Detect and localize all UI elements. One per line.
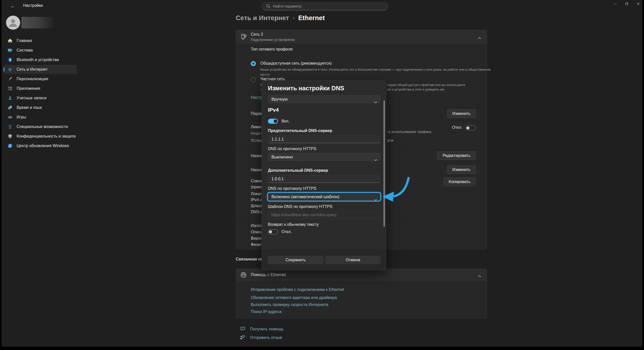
doh-dropdown-1[interactable]: Выключено (268, 153, 380, 161)
dns-settings-dialog: Изменить настройки DNS Вручную IPv4 Вкл.… (262, 80, 386, 270)
change-button-2[interactable]: Изменить (447, 165, 476, 174)
close-button[interactable]: × (632, 0, 642, 8)
dialog-scrollbar[interactable] (384, 100, 385, 227)
alternate-dns-input[interactable] (268, 175, 380, 183)
back-button[interactable]: ← (9, 3, 16, 10)
sidebar-item-label: Центр обновления Windows (17, 144, 69, 148)
get-help-link[interactable]: Получить помощь (250, 327, 284, 331)
local-row-fragment: Локал (251, 192, 262, 196)
sidebar-item-label: Приложения (17, 86, 40, 91)
breadcrumb-separator: › (291, 15, 296, 20)
ipv4-row-fragment: IPv4-а (251, 198, 262, 202)
sidebar-item-personalization[interactable]: Персонализация (4, 74, 77, 83)
limit-toggle[interactable] (465, 125, 476, 130)
breadcrumb-parent[interactable]: Сеть и Интернет (236, 14, 289, 22)
public-network-desc-1: Ваше устройство не обнаруживается в сети… (260, 68, 491, 71)
alternate-dns-label: Дополнительный DNS-сервер (268, 168, 328, 173)
help-card: ? Помощь с Ethernet Исправление проблем … (236, 269, 487, 319)
help-card-header[interactable]: ? Помощь с Ethernet (236, 269, 487, 281)
search-icon (266, 4, 270, 9)
sidebar-item-apps[interactable]: Приложения (4, 84, 77, 93)
doh-label-1: DNS по протоколу HTTPS (268, 147, 316, 151)
windows-update-icon (8, 143, 13, 148)
chevron-down-icon (374, 156, 377, 163)
ipv4-toggle-label: Вкл. (281, 119, 290, 123)
plaintext-fallback-toggle[interactable] (268, 229, 278, 234)
sidebar-item-label: Bluetooth и устройства (17, 58, 59, 62)
accounts-icon (8, 96, 13, 101)
sidebar-item-time-language[interactable]: Время и язык (4, 103, 77, 112)
sidebar-item-windows-update[interactable]: Центр обновления Windows (4, 141, 77, 150)
help-link-troubleshoot[interactable]: Исправление проблем с подключением к Eth… (251, 287, 344, 292)
search-placeholder: Найти параметр (273, 4, 302, 8)
sidebar-item-privacy[interactable]: Конфиденциальность и защита (4, 132, 77, 141)
sidebar-item-label: Главная (17, 38, 32, 43)
preferred-dns-input[interactable] (268, 136, 380, 143)
preferred-dns-label: Предпочтительный DNS-сервер (268, 128, 332, 133)
sidebar-item-label: Время и язык (17, 105, 42, 110)
minimize-button[interactable] (609, 0, 621, 8)
set-link-fragment-right[interactable]: ети (387, 138, 393, 143)
system-icon (8, 48, 13, 53)
doh-template-label: Шаблон DNS по протоколу HTTPS (268, 204, 332, 209)
time-language-icon (8, 105, 13, 110)
dns-row-fragment: DNS-с (251, 210, 263, 214)
settings-window: ← Настройки Найти параметр × (2, 0, 642, 347)
network-status: Подключение установлено (251, 38, 295, 42)
public-network-radio[interactable] (251, 61, 256, 66)
help-link-find-ip[interactable]: Поиск IP-адреса (251, 310, 281, 314)
apps-icon (8, 86, 13, 91)
params-row-fragment: Парам (251, 111, 263, 116)
doh-value-1: Выключено (271, 155, 293, 159)
limit-toggle-label: Откл. (452, 125, 462, 130)
sidebar-item-system[interactable]: Система (4, 46, 77, 55)
avatar[interactable] (6, 16, 20, 30)
dns-mode-value: Вручную (271, 97, 288, 101)
user-name-blurred (21, 17, 55, 28)
chevron-up-icon[interactable] (478, 274, 481, 278)
limit-right-text-fragment: ть использование трафика. (387, 130, 432, 134)
search-input[interactable]: Найти параметр (262, 2, 388, 10)
send-feedback-icon (239, 334, 245, 341)
change-button-1[interactable]: Изменить (447, 109, 476, 118)
public-network-label: Общедоступная сеть (рекомендуется) (260, 61, 332, 66)
sidebar-item-bluetooth[interactable]: Bluetooth и устройства (4, 55, 77, 64)
doh-label-2: DNS по протоколу HTTPS (268, 186, 316, 191)
sidebar-item-gaming[interactable]: Игры (4, 113, 77, 122)
privacy-shield-icon (8, 134, 13, 139)
sidebar-item-network[interactable]: Сеть и Интернет (4, 65, 77, 74)
sidebar-item-label: Учетные записи (17, 96, 47, 100)
private-network-radio[interactable] (251, 77, 256, 82)
svg-text:?: ? (242, 327, 243, 330)
send-feedback-link[interactable]: Отправить отзыв (250, 335, 282, 340)
help-link-speed-test[interactable]: Выполнить проверку скорости Интернета (251, 302, 328, 307)
annotation-arrow (379, 171, 422, 206)
manufacturer-row-fragment: Изгото (251, 224, 263, 228)
cancel-button[interactable]: Отмена (326, 256, 380, 264)
sidebar-item-accounts[interactable]: Учетные записи (4, 94, 77, 103)
edit-button[interactable]: Редактировать (437, 151, 476, 160)
gaming-icon (8, 115, 13, 120)
sidebar-item-home[interactable]: Главная (4, 36, 77, 45)
copy-button[interactable]: Копировать (444, 178, 476, 186)
save-button[interactable]: Сохранить (268, 256, 323, 264)
plaintext-fallback-toggle-label: Откл. (281, 230, 292, 234)
svg-text:?: ? (243, 275, 244, 278)
personalization-icon (8, 76, 13, 81)
chevron-up-icon[interactable] (478, 36, 481, 40)
sidebar-item-label: Система (17, 48, 33, 53)
accessibility-icon (8, 124, 13, 129)
get-help-icon: ? (240, 326, 246, 333)
help-card-title: Помощь с Ethernet (251, 273, 286, 277)
home-icon (8, 38, 13, 43)
doh-dropdown-2-highlighted[interactable]: Включено (автоматический шаблон) (268, 193, 380, 201)
maximize-button[interactable] (621, 0, 632, 8)
network-card-header[interactable]: Сеть 2 Подключение установлено (236, 30, 487, 44)
dialog-title: Изменить настройки DNS (268, 85, 344, 92)
sidebar-item-label: Специальные возможности (17, 124, 68, 129)
help-link-update-adapter[interactable]: Обновление сетевого адаптера или драйвер… (251, 295, 337, 300)
dns-mode-dropdown[interactable]: Вручную (268, 95, 380, 103)
network-icon (8, 67, 13, 72)
ipv4-toggle[interactable] (268, 119, 278, 124)
sidebar-item-accessibility[interactable]: Специальные возможности (4, 122, 77, 131)
